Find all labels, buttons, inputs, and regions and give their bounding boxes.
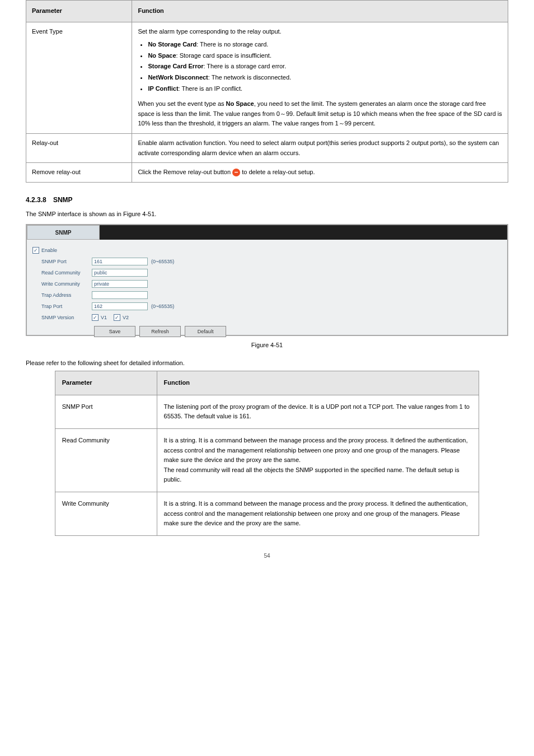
section-title: SNMP — [53, 196, 73, 204]
list-item: NetWork Disconnect: The network is disco… — [148, 73, 502, 83]
t2-row2-func: It is a string. It is a command between … — [157, 492, 479, 535]
t2-row1-param: Read Community — [55, 429, 157, 492]
t1-row1-param: Relay-out — [26, 133, 132, 162]
parameter-table-2: Parameter Function SNMP Port The listeni… — [55, 371, 480, 536]
t1-row0-limit: When you set the event type as No Space,… — [138, 99, 502, 129]
v2-label: V2 — [123, 315, 129, 320]
remove-icon: – — [232, 169, 240, 176]
section-number: 4.2.3.8 — [26, 196, 46, 204]
snmp-tab[interactable]: SNMP — [27, 225, 100, 240]
t1-row1-func: Enable alarm activation function. You ne… — [132, 133, 508, 162]
snmp-port-label: SNMP Port — [41, 259, 92, 264]
default-button[interactable]: Default — [185, 326, 226, 337]
trap-port-note: (0~65535) — [151, 304, 174, 309]
save-button[interactable]: Save — [94, 326, 135, 337]
page-number: 54 — [26, 553, 508, 559]
parameter-table-1: Parameter Function Event Type Set the al… — [26, 0, 508, 183]
v2-checkbox[interactable]: ✓ — [114, 314, 120, 321]
snmp-port-note: (0~65535) — [151, 259, 174, 264]
t2-row0-param: SNMP Port — [55, 395, 157, 428]
t2-header-param: Parameter — [55, 371, 157, 395]
enable-checkbox[interactable]: ✓ — [32, 247, 39, 254]
refresh-button[interactable]: Refresh — [139, 326, 181, 337]
write-community-label: Write Community — [41, 281, 92, 287]
snmp-screenshot: SNMP ✓ Enable SNMP Port (0~65535) Read C… — [26, 224, 508, 336]
snmp-version-label: SNMP Version — [41, 315, 92, 320]
list-item: No Space: Storage card space is insuffic… — [148, 51, 502, 61]
t1-row0-param: Event Type — [26, 22, 132, 133]
section-heading: 4.2.3.8 SNMP — [26, 196, 508, 204]
list-item: Storage Card Error: There is a storage c… — [148, 62, 502, 72]
t1-header-param: Parameter — [26, 1, 132, 22]
t1-row2-func: Click the Remove relay-out button – to d… — [132, 163, 508, 183]
write-community-input[interactable] — [92, 280, 148, 288]
trap-port-input[interactable] — [92, 302, 148, 310]
read-community-label: Read Community — [41, 270, 92, 276]
v1-label: V1 — [101, 315, 107, 320]
trap-address-label: Trap Address — [41, 292, 92, 298]
t1-header-func: Function — [132, 1, 508, 22]
trap-port-label: Trap Port — [41, 304, 92, 309]
t1-row0-func: Set the alarm type corresponding to the … — [132, 22, 508, 133]
t2-row1-func: It is a string. It is a command between … — [157, 429, 479, 492]
list-item: IP Conflict: There is an IP conflict. — [148, 84, 502, 94]
t2-row2-param: Write Community — [55, 492, 157, 535]
trap-address-input[interactable] — [92, 291, 148, 299]
t1-row0-bullets: No Storage Card: There is no storage car… — [148, 40, 502, 94]
v1-checkbox[interactable]: ✓ — [92, 314, 99, 321]
table2-intro: Please refer to the following sheet for … — [26, 360, 508, 366]
enable-label: Enable — [41, 248, 57, 253]
read-community-input[interactable] — [92, 269, 148, 277]
figure-caption: Figure 4-51 — [26, 342, 508, 348]
t2-header-func: Function — [157, 371, 479, 395]
t1-row0-intro: Set the alarm type corresponding to the … — [138, 27, 502, 37]
t1-row2-param: Remove relay-out — [26, 163, 132, 183]
t2-row0-func: The listening port of the proxy program … — [157, 395, 479, 428]
list-item: No Storage Card: There is no storage car… — [148, 40, 502, 50]
section-intro: The SNMP interface is shown as in Figure… — [26, 209, 508, 219]
snmp-port-input[interactable] — [92, 258, 148, 265]
